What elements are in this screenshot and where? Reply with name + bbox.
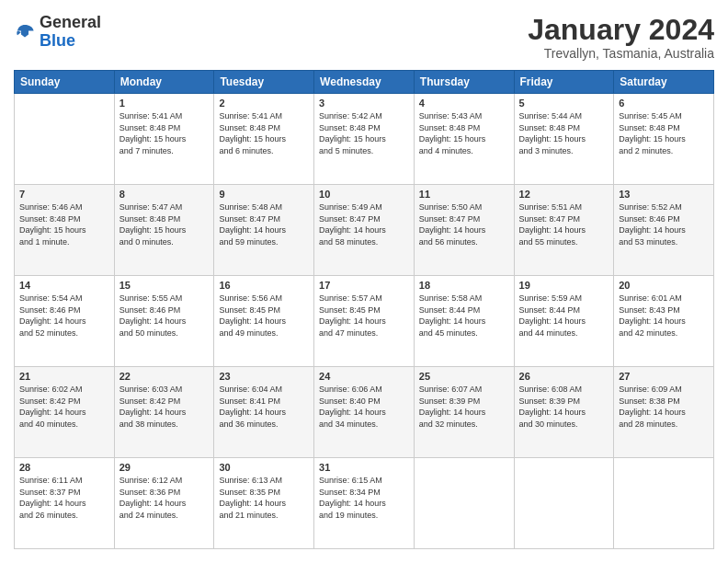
- day-info: Sunrise: 6:07 AM Sunset: 8:39 PM Dayligh…: [419, 384, 509, 430]
- day-info: Sunrise: 5:42 AM Sunset: 8:48 PM Dayligh…: [319, 110, 409, 156]
- day-info: Sunrise: 5:58 AM Sunset: 8:44 PM Dayligh…: [419, 293, 509, 339]
- col-sunday: Sunday: [15, 71, 115, 94]
- day-info: Sunrise: 5:41 AM Sunset: 8:48 PM Dayligh…: [219, 110, 309, 156]
- day-number: 29: [119, 462, 210, 473]
- day-number: 24: [319, 371, 409, 382]
- calendar-week-row: 28Sunrise: 6:11 AM Sunset: 8:37 PM Dayli…: [15, 458, 714, 549]
- day-info: Sunrise: 5:43 AM Sunset: 8:48 PM Dayligh…: [419, 110, 509, 156]
- day-number: 7: [19, 189, 109, 200]
- table-row: 23Sunrise: 6:04 AM Sunset: 8:41 PM Dayli…: [214, 367, 314, 458]
- table-row: 30Sunrise: 6:13 AM Sunset: 8:35 PM Dayli…: [214, 458, 314, 549]
- table-row: 26Sunrise: 6:08 AM Sunset: 8:39 PM Dayli…: [514, 367, 614, 458]
- subtitle: Trevallyn, Tasmania, Australia: [528, 46, 714, 61]
- day-number: 9: [219, 189, 309, 200]
- col-monday: Monday: [114, 71, 214, 94]
- day-number: 20: [619, 280, 709, 291]
- col-wednesday: Wednesday: [314, 71, 415, 94]
- table-row: 18Sunrise: 5:58 AM Sunset: 8:44 PM Dayli…: [414, 276, 514, 367]
- table-row: 5Sunrise: 5:44 AM Sunset: 8:48 PM Daylig…: [514, 94, 614, 185]
- day-info: Sunrise: 5:50 AM Sunset: 8:47 PM Dayligh…: [419, 201, 509, 247]
- table-row: 22Sunrise: 6:03 AM Sunset: 8:42 PM Dayli…: [114, 367, 214, 458]
- page: General Blue January 2024 Trevallyn, Tas…: [0, 0, 728, 563]
- header: General Blue January 2024 Trevallyn, Tas…: [14, 14, 714, 61]
- day-info: Sunrise: 6:09 AM Sunset: 8:38 PM Dayligh…: [619, 384, 709, 430]
- day-info: Sunrise: 5:46 AM Sunset: 8:48 PM Dayligh…: [19, 201, 109, 247]
- table-row: 7Sunrise: 5:46 AM Sunset: 8:48 PM Daylig…: [15, 185, 115, 276]
- table-row: 27Sunrise: 6:09 AM Sunset: 8:38 PM Dayli…: [614, 367, 714, 458]
- day-number: 5: [519, 98, 609, 109]
- day-info: Sunrise: 5:41 AM Sunset: 8:48 PM Dayligh…: [119, 110, 210, 156]
- table-row: 28Sunrise: 6:11 AM Sunset: 8:37 PM Dayli…: [15, 458, 115, 549]
- logo-general: General: [40, 14, 101, 32]
- table-row: 16Sunrise: 5:56 AM Sunset: 8:45 PM Dayli…: [214, 276, 314, 367]
- logo-icon: [14, 21, 36, 43]
- table-row: 25Sunrise: 6:07 AM Sunset: 8:39 PM Dayli…: [414, 367, 514, 458]
- day-number: 6: [619, 98, 709, 109]
- table-row: 19Sunrise: 5:59 AM Sunset: 8:44 PM Dayli…: [514, 276, 614, 367]
- day-number: 14: [19, 280, 109, 291]
- day-info: Sunrise: 6:03 AM Sunset: 8:42 PM Dayligh…: [119, 384, 210, 430]
- table-row: 3Sunrise: 5:42 AM Sunset: 8:48 PM Daylig…: [314, 94, 415, 185]
- day-info: Sunrise: 5:54 AM Sunset: 8:46 PM Dayligh…: [19, 293, 109, 339]
- day-number: 23: [219, 371, 309, 382]
- day-number: 19: [519, 280, 609, 291]
- table-row: 8Sunrise: 5:47 AM Sunset: 8:48 PM Daylig…: [114, 185, 214, 276]
- day-info: Sunrise: 5:49 AM Sunset: 8:47 PM Dayligh…: [319, 201, 409, 247]
- day-info: Sunrise: 6:08 AM Sunset: 8:39 PM Dayligh…: [519, 384, 609, 430]
- logo-text: General Blue: [40, 14, 101, 51]
- logo-blue: Blue: [40, 32, 101, 51]
- table-row: 11Sunrise: 5:50 AM Sunset: 8:47 PM Dayli…: [414, 185, 514, 276]
- day-number: 18: [419, 280, 509, 291]
- logo: General Blue: [14, 14, 101, 51]
- table-row: [414, 458, 514, 549]
- day-info: Sunrise: 6:12 AM Sunset: 8:36 PM Dayligh…: [119, 475, 210, 521]
- table-row: 1Sunrise: 5:41 AM Sunset: 8:48 PM Daylig…: [114, 94, 214, 185]
- day-info: Sunrise: 5:59 AM Sunset: 8:44 PM Dayligh…: [519, 293, 609, 339]
- day-number: 17: [319, 280, 409, 291]
- day-number: 1: [119, 98, 210, 109]
- table-row: [614, 458, 714, 549]
- day-info: Sunrise: 5:57 AM Sunset: 8:45 PM Dayligh…: [319, 293, 409, 339]
- calendar-table: Sunday Monday Tuesday Wednesday Thursday…: [14, 70, 714, 549]
- day-info: Sunrise: 6:04 AM Sunset: 8:41 PM Dayligh…: [219, 384, 309, 430]
- day-number: 10: [319, 189, 409, 200]
- calendar-week-row: 14Sunrise: 5:54 AM Sunset: 8:46 PM Dayli…: [15, 276, 714, 367]
- day-info: Sunrise: 6:13 AM Sunset: 8:35 PM Dayligh…: [219, 475, 309, 521]
- table-row: 2Sunrise: 5:41 AM Sunset: 8:48 PM Daylig…: [214, 94, 314, 185]
- calendar-week-row: 7Sunrise: 5:46 AM Sunset: 8:48 PM Daylig…: [15, 185, 714, 276]
- day-info: Sunrise: 5:48 AM Sunset: 8:47 PM Dayligh…: [219, 201, 309, 247]
- day-info: Sunrise: 6:11 AM Sunset: 8:37 PM Dayligh…: [19, 475, 109, 521]
- day-number: 12: [519, 189, 609, 200]
- table-row: 4Sunrise: 5:43 AM Sunset: 8:48 PM Daylig…: [414, 94, 514, 185]
- day-number: 8: [119, 189, 210, 200]
- col-thursday: Thursday: [414, 71, 514, 94]
- day-info: Sunrise: 5:52 AM Sunset: 8:46 PM Dayligh…: [619, 201, 709, 247]
- day-number: 16: [219, 280, 309, 291]
- table-row: 12Sunrise: 5:51 AM Sunset: 8:47 PM Dayli…: [514, 185, 614, 276]
- day-number: 27: [619, 371, 709, 382]
- day-number: 2: [219, 98, 309, 109]
- table-row: 9Sunrise: 5:48 AM Sunset: 8:47 PM Daylig…: [214, 185, 314, 276]
- day-info: Sunrise: 5:56 AM Sunset: 8:45 PM Dayligh…: [219, 293, 309, 339]
- day-info: Sunrise: 5:51 AM Sunset: 8:47 PM Dayligh…: [519, 201, 609, 247]
- table-row: 10Sunrise: 5:49 AM Sunset: 8:47 PM Dayli…: [314, 185, 415, 276]
- table-row: 17Sunrise: 5:57 AM Sunset: 8:45 PM Dayli…: [314, 276, 415, 367]
- calendar-header-row: Sunday Monday Tuesday Wednesday Thursday…: [15, 71, 714, 94]
- day-number: 30: [219, 462, 309, 473]
- day-info: Sunrise: 6:02 AM Sunset: 8:42 PM Dayligh…: [19, 384, 109, 430]
- day-number: 22: [119, 371, 210, 382]
- day-info: Sunrise: 6:01 AM Sunset: 8:43 PM Dayligh…: [619, 293, 709, 339]
- title-block: January 2024 Trevallyn, Tasmania, Austra…: [528, 14, 714, 61]
- day-number: 31: [319, 462, 409, 473]
- day-number: 11: [419, 189, 509, 200]
- day-number: 28: [19, 462, 109, 473]
- table-row: 13Sunrise: 5:52 AM Sunset: 8:46 PM Dayli…: [614, 185, 714, 276]
- table-row: 6Sunrise: 5:45 AM Sunset: 8:48 PM Daylig…: [614, 94, 714, 185]
- col-friday: Friday: [514, 71, 614, 94]
- day-number: 3: [319, 98, 409, 109]
- calendar-week-row: 21Sunrise: 6:02 AM Sunset: 8:42 PM Dayli…: [15, 367, 714, 458]
- col-tuesday: Tuesday: [214, 71, 314, 94]
- table-row: 31Sunrise: 6:15 AM Sunset: 8:34 PM Dayli…: [314, 458, 415, 549]
- day-info: Sunrise: 6:15 AM Sunset: 8:34 PM Dayligh…: [319, 475, 409, 521]
- day-info: Sunrise: 6:06 AM Sunset: 8:40 PM Dayligh…: [319, 384, 409, 430]
